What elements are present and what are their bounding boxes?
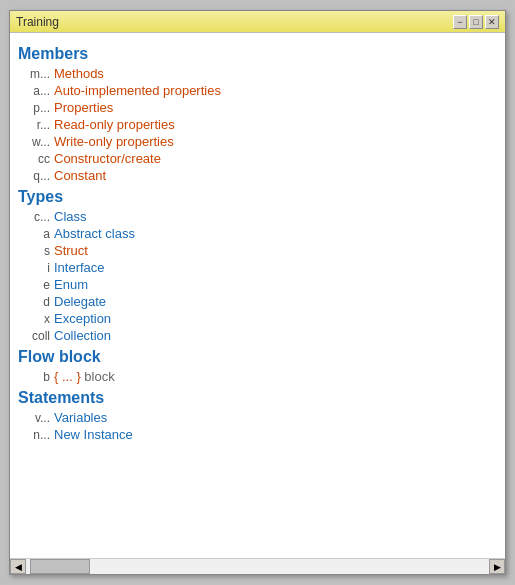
horizontal-scrollbar[interactable]: ◀ ▶	[10, 558, 505, 574]
item-label: Constructor/create	[54, 151, 161, 166]
list-item: n... New Instance	[18, 426, 501, 443]
list-item: s Struct	[18, 242, 501, 259]
scroll-left-button[interactable]: ◀	[10, 559, 26, 574]
item-abbr: s	[22, 244, 54, 258]
list-item: q... Constant	[18, 167, 501, 184]
item-abbr: p...	[22, 101, 54, 115]
section-header-flowblock: Flow block	[18, 348, 501, 366]
item-label: Abstract class	[54, 226, 135, 241]
item-label: Read-only properties	[54, 117, 175, 132]
list-item: r... Read-only properties	[18, 116, 501, 133]
item-abbr: d	[22, 295, 54, 309]
item-label: Collection	[54, 328, 111, 343]
item-label: Enum	[54, 277, 88, 292]
list-item: x Exception	[18, 310, 501, 327]
list-item: i Interface	[18, 259, 501, 276]
list-item: m... Methods	[18, 65, 501, 82]
list-item: e Enum	[18, 276, 501, 293]
item-label: New Instance	[54, 427, 133, 442]
item-abbr: cc	[22, 152, 54, 166]
restore-button[interactable]: □	[469, 15, 483, 29]
close-button[interactable]: ✕	[485, 15, 499, 29]
item-abbr: w...	[22, 135, 54, 149]
section-header-members: Members	[18, 45, 501, 63]
list-item: p... Properties	[18, 99, 501, 116]
item-label: Methods	[54, 66, 104, 81]
scroll-right-button[interactable]: ▶	[489, 559, 505, 574]
list-item: c... Class	[18, 208, 501, 225]
content-area[interactable]: Members m... Methods a... Auto-implement…	[10, 33, 505, 558]
training-window: Training − □ ✕ Members m... Methods a...…	[9, 10, 506, 575]
section-header-statements: Statements	[18, 389, 501, 407]
item-abbr: coll	[22, 329, 54, 343]
scroll-thumb[interactable]	[30, 559, 90, 574]
item-label: Write-only properties	[54, 134, 174, 149]
item-label: Delegate	[54, 294, 106, 309]
window-title: Training	[16, 15, 59, 29]
item-label: { ... } block	[54, 369, 115, 384]
item-label: Interface	[54, 260, 105, 275]
item-abbr: v...	[22, 411, 54, 425]
item-abbr: n...	[22, 428, 54, 442]
list-item: w... Write-only properties	[18, 133, 501, 150]
minimize-button[interactable]: −	[453, 15, 467, 29]
item-label: Constant	[54, 168, 106, 183]
item-abbr: e	[22, 278, 54, 292]
item-label: Variables	[54, 410, 107, 425]
window-controls: − □ ✕	[453, 15, 499, 29]
list-item: v... Variables	[18, 409, 501, 426]
item-abbr: b	[22, 370, 54, 384]
item-label: Auto-implemented properties	[54, 83, 221, 98]
list-item: b { ... } block	[18, 368, 501, 385]
item-abbr: r...	[22, 118, 54, 132]
scroll-track[interactable]	[26, 559, 489, 574]
list-item: cc Constructor/create	[18, 150, 501, 167]
list-item: a Abstract class	[18, 225, 501, 242]
item-abbr: c...	[22, 210, 54, 224]
list-item: a... Auto-implemented properties	[18, 82, 501, 99]
item-abbr: a	[22, 227, 54, 241]
list-item: coll Collection	[18, 327, 501, 344]
item-abbr: a...	[22, 84, 54, 98]
section-header-types: Types	[18, 188, 501, 206]
item-label: Struct	[54, 243, 88, 258]
title-bar: Training − □ ✕	[10, 11, 505, 33]
item-label: Class	[54, 209, 87, 224]
item-abbr: i	[22, 261, 54, 275]
window-body: Members m... Methods a... Auto-implement…	[10, 33, 505, 558]
list-item: d Delegate	[18, 293, 501, 310]
item-abbr: x	[22, 312, 54, 326]
item-abbr: m...	[22, 67, 54, 81]
item-label: Exception	[54, 311, 111, 326]
item-label: Properties	[54, 100, 113, 115]
item-abbr: q...	[22, 169, 54, 183]
